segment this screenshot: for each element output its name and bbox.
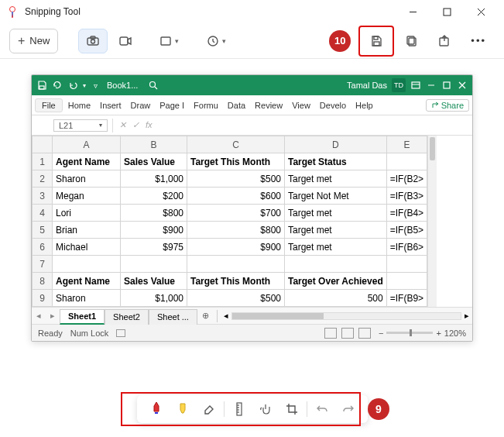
cell[interactable] bbox=[121, 256, 187, 273]
sheet-tab-2[interactable]: Sheet2 bbox=[105, 309, 149, 325]
new-button[interactable]: + New bbox=[9, 29, 58, 53]
horizontal-scrollbar[interactable]: ◂▸ bbox=[221, 311, 472, 321]
snip-mode-camera[interactable] bbox=[78, 29, 108, 53]
cell[interactable]: $975 bbox=[121, 239, 187, 256]
delay-dropdown[interactable]: ▾ bbox=[198, 29, 235, 53]
view-pagebreak[interactable] bbox=[358, 328, 371, 339]
tab-home[interactable]: Home bbox=[64, 101, 94, 110]
column-header[interactable]: C bbox=[187, 136, 285, 153]
cell[interactable]: Megan bbox=[53, 188, 121, 205]
cell[interactable] bbox=[386, 273, 427, 290]
cell[interactable]: 500 bbox=[285, 290, 387, 307]
tab-pagelayout[interactable]: Page I bbox=[156, 101, 188, 110]
column-header[interactable]: D bbox=[285, 136, 387, 153]
tab-draw[interactable]: Draw bbox=[127, 101, 155, 110]
column-header[interactable]: B bbox=[121, 136, 187, 153]
tab-help[interactable]: Help bbox=[351, 101, 377, 110]
excel-share-button[interactable]: Share bbox=[426, 99, 469, 112]
cell[interactable]: Target met bbox=[285, 170, 387, 188]
cell[interactable]: $1,000 bbox=[121, 290, 187, 307]
excel-close-button[interactable] bbox=[457, 80, 468, 91]
tab-developer[interactable]: Develo bbox=[316, 101, 350, 110]
cell[interactable]: Agent Name bbox=[53, 273, 121, 290]
view-pagelayout[interactable] bbox=[341, 328, 354, 339]
excel-minimize-button[interactable] bbox=[426, 80, 437, 91]
row-header[interactable]: 4 bbox=[33, 205, 53, 222]
excel-search-icon[interactable] bbox=[147, 80, 159, 91]
cell[interactable]: Lori bbox=[53, 205, 121, 222]
cell[interactable]: $700 bbox=[187, 205, 285, 222]
save-button[interactable] bbox=[362, 29, 391, 53]
sheet-tab-1[interactable]: Sheet1 bbox=[60, 309, 105, 325]
tab-formulas[interactable]: Formu bbox=[190, 101, 222, 110]
enter-icon[interactable]: ✓ bbox=[132, 120, 139, 130]
select-all-corner[interactable] bbox=[33, 136, 53, 153]
vertical-scrollbar[interactable] bbox=[427, 136, 437, 307]
row-header[interactable]: 8 bbox=[33, 273, 53, 290]
cell[interactable] bbox=[53, 256, 121, 273]
cell[interactable]: Brian bbox=[53, 222, 121, 239]
cell[interactable]: =IF(B6> bbox=[386, 239, 427, 256]
copy-button[interactable] bbox=[397, 29, 427, 53]
macro-icon[interactable] bbox=[116, 329, 125, 337]
maximize-button[interactable] bbox=[430, 0, 464, 23]
excel-ribbon-mode-icon[interactable] bbox=[410, 80, 421, 91]
add-sheet-button[interactable]: ⊕ bbox=[202, 311, 209, 321]
excel-save-icon[interactable] bbox=[36, 80, 47, 91]
formula-bar[interactable] bbox=[159, 119, 472, 132]
cell[interactable]: =IF(B2> bbox=[386, 170, 427, 188]
column-header[interactable]: A bbox=[53, 136, 121, 153]
fx-icon[interactable]: fx bbox=[146, 120, 153, 130]
cell[interactable]: =IF(B5> bbox=[386, 222, 427, 239]
view-normal[interactable] bbox=[324, 328, 337, 339]
cell[interactable]: Sharon bbox=[53, 290, 121, 307]
cell[interactable]: $900 bbox=[187, 239, 285, 256]
cell[interactable]: Target Status bbox=[285, 153, 387, 170]
cell[interactable]: $900 bbox=[121, 222, 187, 239]
cell[interactable]: $500 bbox=[187, 170, 285, 188]
cell[interactable] bbox=[187, 256, 285, 273]
name-box[interactable]: L21 ▾ bbox=[53, 119, 108, 132]
row-header[interactable]: 9 bbox=[33, 290, 53, 307]
excel-maximize-button[interactable] bbox=[441, 80, 452, 91]
cell[interactable] bbox=[285, 256, 387, 273]
cell[interactable]: =IF(B9> bbox=[386, 290, 427, 307]
more-button[interactable]: ••• bbox=[462, 29, 495, 53]
row-header[interactable]: 7 bbox=[33, 256, 53, 273]
sheet-nav-prev[interactable]: ◂ bbox=[32, 311, 46, 321]
excel-autosave-icon[interactable] bbox=[52, 80, 63, 91]
cell[interactable]: Target This Month bbox=[187, 273, 285, 290]
column-header[interactable]: E bbox=[386, 136, 427, 153]
cancel-icon[interactable]: ✕ bbox=[119, 120, 126, 130]
cell[interactable]: Target met bbox=[285, 239, 387, 256]
snip-mode-video[interactable] bbox=[111, 29, 140, 53]
sheet-tab-3[interactable]: Sheet ... bbox=[149, 309, 197, 325]
cell[interactable]: $600 bbox=[187, 188, 285, 205]
row-header[interactable]: 2 bbox=[33, 170, 53, 188]
row-header[interactable]: 6 bbox=[33, 239, 53, 256]
cell[interactable] bbox=[386, 256, 427, 273]
cell[interactable]: $800 bbox=[187, 222, 285, 239]
qat-dropdown[interactable]: ▿ bbox=[94, 81, 98, 90]
cell[interactable]: =IF(B4> bbox=[386, 205, 427, 222]
grid-scroll[interactable]: ABCDE1Agent NameSales ValueTarget This M… bbox=[32, 136, 427, 307]
cell[interactable]: Target met bbox=[285, 205, 387, 222]
cell[interactable]: Sales Value bbox=[121, 153, 187, 170]
cell[interactable]: $800 bbox=[121, 205, 187, 222]
excel-user-badge[interactable]: TD bbox=[392, 78, 406, 92]
snip-shape-dropdown[interactable]: ▾ bbox=[151, 29, 187, 53]
cell[interactable]: Sharon bbox=[53, 170, 121, 188]
cell[interactable]: Michael bbox=[53, 239, 121, 256]
tab-file[interactable]: File bbox=[35, 98, 63, 112]
close-button[interactable] bbox=[464, 0, 498, 23]
cell[interactable]: Sales Value bbox=[121, 273, 187, 290]
cell[interactable]: $1,000 bbox=[121, 170, 187, 188]
chevron-down-icon[interactable]: ▾ bbox=[83, 82, 86, 89]
zoom-control[interactable]: −+ 120% bbox=[379, 329, 466, 338]
cell[interactable]: $500 bbox=[187, 290, 285, 307]
tab-review[interactable]: Review bbox=[251, 101, 286, 110]
share-button[interactable] bbox=[430, 29, 459, 53]
row-header[interactable]: 1 bbox=[33, 153, 53, 170]
tab-data[interactable]: Data bbox=[224, 101, 249, 110]
tab-view[interactable]: View bbox=[288, 101, 314, 110]
